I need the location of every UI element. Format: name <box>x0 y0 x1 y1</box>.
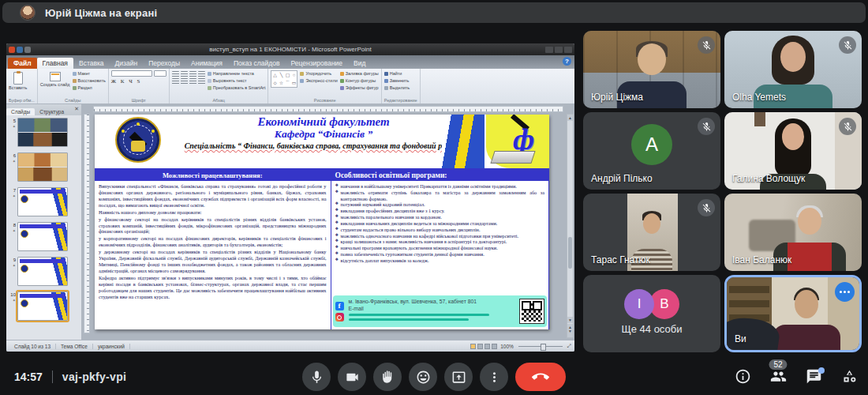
tile-options-icon[interactable] <box>835 282 855 302</box>
new-slide-button[interactable]: Создать слайд <box>40 70 70 87</box>
find-button[interactable]: Найти <box>384 70 410 77</box>
align-text-button[interactable]: Выровнять текст <box>208 77 266 85</box>
meeting-code: vaj-pkfy-vpi <box>62 371 126 383</box>
shape-effects-button[interactable]: Эффекты фигур <box>340 85 379 92</box>
slide-thumbnail[interactable]: 6✦ <box>8 152 80 182</box>
next-slide-buttons[interactable]: ▲▼ <box>567 324 573 337</box>
shapes-gallery[interactable]: △╲▢○⬦☆⌒▭ <box>271 70 297 88</box>
reset-button[interactable]: Восстановить <box>73 77 106 85</box>
tab-transitions[interactable]: Переходы <box>143 58 185 69</box>
zoom-level: 100% <box>500 344 514 349</box>
pane-close-icon[interactable]: ✕ <box>74 106 79 112</box>
pane-tab-outline[interactable]: Структура <box>35 108 69 115</box>
help-icon[interactable]: ? <box>563 57 571 66</box>
clock: 14:57 <box>14 371 43 383</box>
screen-share-powerpoint: виступ_вступ на 1 ЕКОНОМІСТИ - Microsoft… <box>6 43 574 352</box>
participant-tile[interactable]: А Андрій Пілько <box>583 112 720 190</box>
participant-tile[interactable]: Галина Волощук <box>724 112 862 190</box>
font-name-select[interactable] <box>111 70 152 77</box>
instagram-icon <box>335 313 344 322</box>
tab-review[interactable]: Рецензирование <box>285 58 348 69</box>
camera-button[interactable] <box>338 363 366 391</box>
chat-notification-dot <box>818 367 825 374</box>
slide-thumbnail-active[interactable]: 10✦ <box>8 292 80 321</box>
zoom-slider[interactable] <box>518 346 563 347</box>
slide-thumbnail[interactable]: 5✦ <box>8 118 80 147</box>
columns-icon[interactable] <box>189 78 196 85</box>
justify-icon[interactable] <box>181 78 188 85</box>
shape-outline-button[interactable]: Контур фигуры <box>340 77 379 85</box>
participants-button[interactable]: 52 <box>769 367 788 386</box>
tab-design[interactable]: Дизайн <box>110 58 144 69</box>
section-button[interactable]: Раздел <box>73 85 106 92</box>
google-meet-window: Юрій Ціжма на екрані виступ_вступ на 1 Е… <box>0 0 868 395</box>
line-spacing-icon[interactable] <box>198 78 205 85</box>
align-left-icon[interactable] <box>189 71 196 77</box>
mic-button[interactable] <box>302 363 331 391</box>
select-button[interactable]: Выделить <box>384 85 410 92</box>
quick-styles-button[interactable]: Экспресс-стили <box>300 77 337 85</box>
smiley-icon <box>416 370 431 385</box>
fit-window-icon[interactable]: ⤢ <box>567 343 571 349</box>
tab-animations[interactable]: Анимация <box>185 58 228 69</box>
numbering-icon[interactable] <box>181 71 188 77</box>
mic-muted-icon <box>698 36 715 54</box>
program-column-header: Особливості освітньої програми: <box>331 170 548 181</box>
participant-tile[interactable]: Тарас Гнатюк <box>583 194 720 271</box>
meeting-details-button[interactable] <box>733 367 752 386</box>
participant-tile[interactable]: Olha Yemets <box>724 31 862 108</box>
arrange-button[interactable]: Упорядочить <box>300 70 337 77</box>
people-icon <box>770 368 787 385</box>
tab-file[interactable]: Файл <box>8 58 37 69</box>
paste-button[interactable]: Вставить <box>9 70 27 90</box>
font-style-buttons[interactable]: Ж К Ч S <box>111 78 166 85</box>
present-button[interactable] <box>444 363 473 391</box>
more-participants-tile[interactable]: I B Ще 44 особи <box>583 275 720 352</box>
ribbon: Вставить Буфер обм... Создать слайд Маке… <box>6 69 574 104</box>
info-icon <box>735 368 751 385</box>
text-direction-button[interactable]: Направление текста <box>208 70 266 77</box>
font-size-select[interactable] <box>154 70 166 77</box>
reading-view-icon[interactable] <box>485 344 490 349</box>
clipboard-icon <box>13 72 23 85</box>
layout-button[interactable]: Макет <box>73 70 106 77</box>
end-call-button[interactable] <box>515 363 566 391</box>
participant-name: Ви <box>735 333 746 344</box>
tab-view[interactable]: Вид <box>348 58 371 69</box>
bullets-icon[interactable] <box>172 71 179 77</box>
tab-insert[interactable]: Вставка <box>73 58 110 69</box>
raise-hand-button[interactable] <box>373 363 402 391</box>
slide-title-specialty: Спеціальність “ Фінанси, банківська спра… <box>174 141 473 150</box>
slide-scrollbar[interactable]: ▲ ▼ ▲▼ <box>567 114 574 338</box>
theme-label: Тема Office <box>56 344 93 349</box>
self-tile[interactable]: Ви <box>724 275 862 352</box>
shape-fill-button[interactable]: Заливка фигуры <box>340 70 379 77</box>
more-vert-icon <box>487 370 502 385</box>
maximize-button[interactable] <box>555 47 563 53</box>
pane-tab-slides[interactable]: Слайды <box>6 108 35 115</box>
participant-tile[interactable]: Іван Баланюк <box>724 194 862 271</box>
more-options-button[interactable] <box>480 363 508 391</box>
scroll-up-icon[interactable]: ▲ <box>567 115 573 121</box>
language-label[interactable]: украинский <box>93 344 130 349</box>
replace-button[interactable]: Заменить <box>384 77 410 85</box>
participant-tile[interactable]: Юрій Ціжма <box>583 31 720 108</box>
normal-view-icon[interactable] <box>470 344 476 349</box>
horizontal-ruler <box>93 106 563 112</box>
reactions-button[interactable] <box>409 363 437 391</box>
align-center-icon[interactable] <box>198 71 205 77</box>
slide-thumbnail[interactable]: 7✦ <box>8 187 80 216</box>
tab-home[interactable]: Главная <box>37 58 73 69</box>
minimize-button[interactable] <box>545 47 553 53</box>
slide-thumbnail[interactable]: 9✦ <box>8 257 80 286</box>
slide-thumbnail[interactable]: 8✦ <box>8 222 80 251</box>
slideshow-view-icon[interactable] <box>492 344 497 349</box>
close-button[interactable] <box>564 47 572 53</box>
activities-button[interactable] <box>840 367 859 386</box>
sorter-view-icon[interactable] <box>477 344 483 349</box>
smartart-button[interactable]: Преобразовать в SmartArt <box>208 85 266 92</box>
scroll-down-icon[interactable]: ▼ <box>567 317 573 323</box>
align-right-icon[interactable] <box>172 78 179 85</box>
tab-slideshow[interactable]: Показ слайдов <box>228 58 286 69</box>
chat-button[interactable] <box>804 367 823 386</box>
